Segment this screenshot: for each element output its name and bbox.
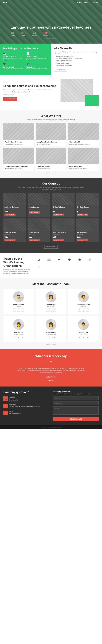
logo: logo (3, 1, 7, 4)
team-avatar-nat-icon: 👨 (16, 294, 21, 299)
nav-about[interactable]: ABOUT (84, 2, 90, 3)
monica-facebook-icon[interactable]: f (46, 336, 49, 339)
feature-seminare-title: OUR SEMINARE (3, 66, 25, 68)
nat-facebook-icon[interactable]: f (13, 308, 16, 312)
call-label: CALL US (10, 396, 18, 398)
offer-card-4: Language training for companies Ut enim … (4, 148, 34, 171)
logo-5-icon: ⊗ (78, 258, 81, 262)
nat-twitter-icon[interactable]: t (17, 308, 20, 312)
courses-learn-more-button[interactable]: LEARN MORE (44, 245, 58, 249)
team-avatar-monica: 👩 (46, 319, 56, 330)
why-item-4: Start Your Story (56, 61, 99, 62)
dot-3[interactable] (52, 380, 54, 381)
offer-card-6-body: Exam Preparation Ea occaecat culpa anim … (68, 164, 98, 171)
jennie-linkedin-icon[interactable]: in (86, 308, 89, 312)
sasha-linkedin-icon[interactable]: in (53, 308, 56, 312)
feature-online-desc: Sample text. Click to select the Text El… (3, 58, 25, 61)
nat-linkedin-icon[interactable]: in (21, 308, 24, 312)
offer-card-2-img (36, 124, 66, 140)
offer-card-3-desc: Ea occaecat in culpa qui officia deserun… (69, 143, 97, 145)
offer-card-3-img (68, 124, 98, 140)
course-card-2-enroll[interactable]: ENROLL NOW (29, 211, 40, 214)
teach-features: 💻 ONLINE CLASSES Sample text. Click to s… (3, 52, 48, 70)
offer-section: What We Offer Ut enim ad minim veniam, q… (0, 110, 102, 178)
jennie-twitter-icon[interactable]: t (82, 308, 85, 312)
biz-text: Language courses and business training N… (4, 84, 58, 101)
form-message-field (53, 406, 98, 415)
monica-linkedin-icon[interactable]: in (53, 336, 56, 339)
why-learn-more-button[interactable]: LEARN MORE (54, 68, 67, 72)
form-email-input[interactable] (53, 401, 98, 405)
walter-twitter-icon[interactable]: t (82, 336, 85, 339)
course-card-7-enroll[interactable]: ENROLL NOW (53, 239, 64, 241)
course-card-4-img (76, 193, 99, 205)
offer-card-4-desc: Ut enim ad minim veniam saepe. (5, 168, 33, 170)
course-card-2-title: Online Learning (29, 206, 49, 208)
trusted-logos: ◇ 📖 ✦ ⊕ ⊗ ⚡ ⊞ (35, 257, 98, 270)
offer-card-3-body: Classes For 30+ Ea occaecat in culpa qui… (68, 140, 98, 146)
logos-row: ◇ 📖 ✦ ⊕ ⊗ ⚡ ⊞ (35, 257, 98, 270)
submit-button[interactable]: SEND MESSAGE (53, 417, 98, 421)
teach-box: Teach English in the Best Way 💻 ONLINE C… (0, 44, 51, 75)
course-card-4-enroll[interactable]: ENROLL NOW (77, 214, 88, 216)
offer-card-2-desc: Ut enim ad minim saepe. (37, 143, 65, 145)
hero-title: Language courses with native-level teach… (10, 25, 92, 30)
why-title: Why Choose Us (54, 47, 99, 50)
contact-call-text: CALL US (123) 456-7890 (987) 654-3210 (10, 396, 18, 402)
course-card-1-desc: Sample text. (4, 208, 25, 210)
trusted-text: Trusted by the World's Leading Organisat… (4, 257, 30, 274)
offer-subtitle: Ut enim ad minim veniam, quis nostrud ex… (17, 119, 85, 121)
sasha-facebook-icon[interactable]: f (46, 308, 49, 312)
contact-form: Have any question? Your email address wi… (53, 390, 98, 421)
course-card-6-enroll[interactable]: ENROLL NOW (29, 239, 40, 241)
hero-section: logo HOME ABOUT CONTACT Language courses… (0, 0, 102, 44)
offer-card-6-desc: Ea occaecat culpa anim officia id. (69, 168, 97, 170)
dot-2[interactable] (50, 380, 52, 381)
why-item-2: 300+ Native Speaker Instructors from Mai… (56, 58, 99, 59)
nav-contact[interactable]: CONTACT (92, 2, 99, 3)
why-item-3: Sharpen Your Decision Making (56, 60, 99, 61)
logo-4: ⊕ (65, 257, 74, 262)
stat-years-num: 10+ (10, 32, 16, 35)
testimonial-title: What our learners say (4, 354, 98, 358)
course-card-3-enroll[interactable]: ENROLL NOW (53, 214, 64, 216)
dot-1[interactable] (48, 380, 50, 381)
team-section: Meet the Passionate Team 👨 Nat Reynolds … (0, 278, 102, 349)
course-card-8: English for Kids Sample text. $11 ENROLL… (76, 218, 99, 242)
course-card-4-desc: Sample text. (77, 208, 98, 210)
why-list: Improve Your Career & Business 300+ Nati… (54, 56, 99, 66)
biz-learn-more-button[interactable]: LEARN MORE (4, 97, 18, 101)
course-card-3-price: $8 (53, 210, 74, 213)
mila-linkedin-icon[interactable]: in (21, 336, 24, 339)
course-card-5-enroll[interactable]: ENROLL NOW (4, 239, 16, 241)
form-name-input[interactable] (53, 396, 98, 400)
course-card-4-body: Self-Study Courses Sample text. $17 ENRO… (76, 205, 99, 217)
mila-twitter-icon[interactable]: t (17, 336, 20, 339)
feature-translations-title: TRANSLATIONS (26, 56, 48, 58)
jennie-facebook-icon[interactable]: f (78, 308, 81, 312)
monica-twitter-icon[interactable]: t (50, 336, 52, 339)
offer-card-6-title: Exam Preparation (69, 166, 97, 168)
walter-linkedin-icon[interactable]: in (86, 336, 89, 339)
course-card-1-enroll[interactable]: ENROLL NOW (4, 214, 16, 216)
team-avatar-sasha-icon: 👩 (48, 294, 54, 299)
offer-image-credit: image from Freepik (4, 172, 98, 174)
location-icon: 📍 (4, 404, 8, 408)
logo-2-icon: 📖 (47, 258, 51, 262)
mila-facebook-icon[interactable]: f (13, 336, 16, 339)
footer-text: All rights 2024. All Rights Reserved (42, 427, 61, 428)
feature-trainings: 📚 TRAININGS Sample text. Click to select… (26, 62, 48, 70)
form-message-input[interactable] (53, 406, 98, 414)
walter-facebook-icon[interactable]: f (78, 336, 81, 339)
sasha-twitter-icon[interactable]: t (50, 308, 52, 312)
form-title: Have any question? (53, 390, 98, 393)
course-card-8-title: English for Kids (77, 232, 98, 233)
course-card-7-price: $15 (53, 236, 74, 238)
stat-courses-label: Courses (21, 35, 26, 36)
biz-image-accent (85, 95, 98, 106)
offer-card-5-desc: ut enim ad minim tempor. (37, 168, 65, 170)
course-card-8-img (76, 218, 99, 231)
course-card-8-enroll[interactable]: ENROLL NOW (77, 239, 88, 241)
nav-home[interactable]: HOME (77, 2, 82, 3)
offer-card-5: Language training ut enim ad minim tempo… (36, 148, 66, 171)
